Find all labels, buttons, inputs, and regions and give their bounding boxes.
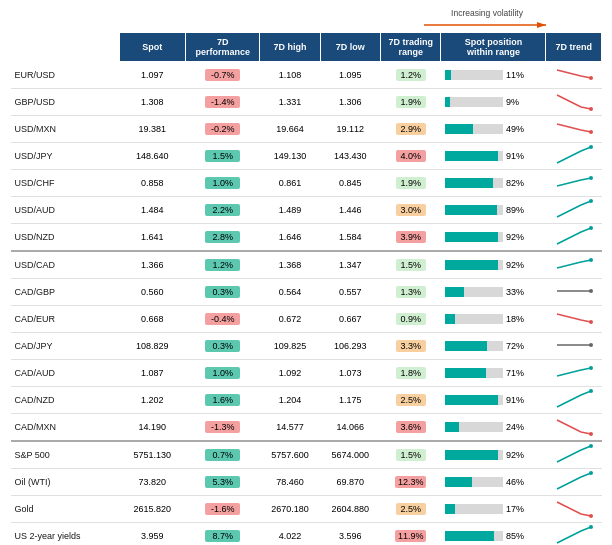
perf-value: 1.0% bbox=[186, 170, 260, 197]
perf-value: -1.4% bbox=[186, 89, 260, 116]
position-bar: 9% bbox=[441, 89, 546, 116]
svg-point-2 bbox=[589, 76, 593, 80]
high-value: 0.672 bbox=[260, 306, 320, 333]
pair-name: CAD/MXN bbox=[11, 414, 120, 442]
spot-value: 0.858 bbox=[119, 170, 185, 197]
high-value: 1.646 bbox=[260, 224, 320, 252]
svg-point-13 bbox=[589, 366, 593, 370]
high-value: 78.460 bbox=[260, 469, 320, 496]
position-bar: 89% bbox=[441, 197, 546, 224]
high-value: 1.108 bbox=[260, 62, 320, 89]
trend-sparkline bbox=[546, 469, 602, 496]
spot-value: 108.829 bbox=[119, 333, 185, 360]
trend-sparkline bbox=[546, 523, 602, 546]
spot-value: 5751.130 bbox=[119, 441, 185, 469]
range-value: 3.9% bbox=[381, 224, 441, 252]
high-value: 19.664 bbox=[260, 116, 320, 143]
trend-sparkline bbox=[546, 387, 602, 414]
low-value: 0.557 bbox=[320, 279, 380, 306]
svg-point-17 bbox=[589, 471, 593, 475]
svg-point-7 bbox=[589, 199, 593, 203]
perf-value: -0.4% bbox=[186, 306, 260, 333]
pair-name: USD/NZD bbox=[11, 224, 120, 252]
perf-value: 0.3% bbox=[186, 333, 260, 360]
perf-value: 1.0% bbox=[186, 360, 260, 387]
perf-value: 1.6% bbox=[186, 387, 260, 414]
position-bar: 18% bbox=[441, 306, 546, 333]
range-value: 11.9% bbox=[381, 523, 441, 546]
trend-sparkline bbox=[546, 306, 602, 333]
svg-point-11 bbox=[589, 320, 593, 324]
trend-sparkline bbox=[546, 62, 602, 89]
position-bar: 91% bbox=[441, 387, 546, 414]
range-value: 1.3% bbox=[381, 279, 441, 306]
low-value: 143.430 bbox=[320, 143, 380, 170]
perf-value: -1.6% bbox=[186, 496, 260, 523]
low-value: 19.112 bbox=[320, 116, 380, 143]
svg-point-10 bbox=[589, 289, 593, 293]
range-value: 1.9% bbox=[381, 89, 441, 116]
pair-name: USD/JPY bbox=[11, 143, 120, 170]
trend-sparkline bbox=[546, 441, 602, 469]
range-value: 4.0% bbox=[381, 143, 441, 170]
range-value: 2.9% bbox=[381, 116, 441, 143]
pair-name: Oil (WTI) bbox=[11, 469, 120, 496]
low-value: 1.073 bbox=[320, 360, 380, 387]
pair-name: EUR/USD bbox=[11, 62, 120, 89]
pair-name: USD/MXN bbox=[11, 116, 120, 143]
col-position: Spot positionwithin range bbox=[441, 33, 546, 62]
svg-point-6 bbox=[589, 176, 593, 180]
pair-name: USD/AUD bbox=[11, 197, 120, 224]
trend-sparkline bbox=[546, 360, 602, 387]
position-bar: 17% bbox=[441, 496, 546, 523]
svg-point-19 bbox=[589, 525, 593, 529]
pair-name: CAD/EUR bbox=[11, 306, 120, 333]
spot-value: 3.959 bbox=[119, 523, 185, 546]
pair-name: US 2-year yields bbox=[11, 523, 120, 546]
spot-value: 148.640 bbox=[119, 143, 185, 170]
spot-value: 1.484 bbox=[119, 197, 185, 224]
svg-point-12 bbox=[589, 343, 593, 347]
trend-sparkline bbox=[546, 116, 602, 143]
high-value: 1.368 bbox=[260, 251, 320, 279]
range-value: 1.5% bbox=[381, 251, 441, 279]
pair-name: S&P 500 bbox=[11, 441, 120, 469]
spot-value: 0.668 bbox=[119, 306, 185, 333]
trend-sparkline bbox=[546, 251, 602, 279]
position-bar: 71% bbox=[441, 360, 546, 387]
range-value: 3.6% bbox=[381, 414, 441, 442]
position-bar: 82% bbox=[441, 170, 546, 197]
svg-point-18 bbox=[589, 514, 593, 518]
position-bar: 85% bbox=[441, 523, 546, 546]
high-value: 4.022 bbox=[260, 523, 320, 546]
high-value: 149.130 bbox=[260, 143, 320, 170]
low-value: 5674.000 bbox=[320, 441, 380, 469]
col-low: 7D low bbox=[320, 33, 380, 62]
low-value: 1.347 bbox=[320, 251, 380, 279]
high-value: 1.204 bbox=[260, 387, 320, 414]
perf-value: 0.7% bbox=[186, 441, 260, 469]
spot-value: 73.820 bbox=[119, 469, 185, 496]
high-value: 0.564 bbox=[260, 279, 320, 306]
trend-sparkline bbox=[546, 333, 602, 360]
col-pair bbox=[11, 33, 120, 62]
perf-value: 1.2% bbox=[186, 251, 260, 279]
high-value: 1.331 bbox=[260, 89, 320, 116]
high-value: 1.092 bbox=[260, 360, 320, 387]
position-bar: 49% bbox=[441, 116, 546, 143]
position-bar: 72% bbox=[441, 333, 546, 360]
low-value: 0.667 bbox=[320, 306, 380, 333]
low-value: 1.175 bbox=[320, 387, 380, 414]
low-value: 1.095 bbox=[320, 62, 380, 89]
position-bar: 11% bbox=[441, 62, 546, 89]
pair-name: USD/CHF bbox=[11, 170, 120, 197]
pair-name: GBP/USD bbox=[11, 89, 120, 116]
perf-value: 1.5% bbox=[186, 143, 260, 170]
low-value: 69.870 bbox=[320, 469, 380, 496]
trend-sparkline bbox=[546, 143, 602, 170]
range-value: 3.3% bbox=[381, 333, 441, 360]
high-value: 5757.600 bbox=[260, 441, 320, 469]
spot-value: 1.202 bbox=[119, 387, 185, 414]
svg-point-15 bbox=[589, 432, 593, 436]
spot-value: 1.641 bbox=[119, 224, 185, 252]
